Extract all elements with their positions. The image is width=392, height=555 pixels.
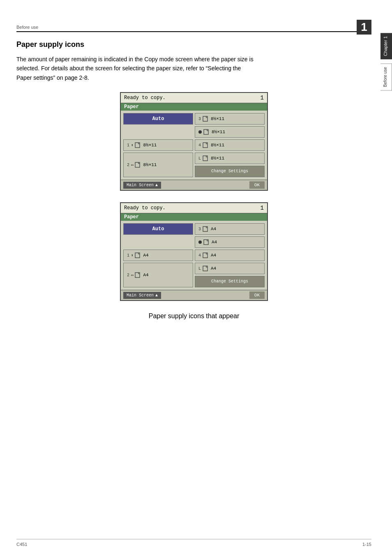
screen2-footer: Main Screen ▲ OK (121, 290, 267, 300)
screen2-main-screen-btn[interactable]: Main Screen ▲ (123, 292, 161, 299)
svg-rect-1 (204, 130, 208, 134)
screen2-grid: Auto 3 A4 A4 (121, 221, 267, 290)
tray4-icon (203, 142, 209, 148)
svg-rect-8 (135, 253, 140, 258)
section-title: Paper supply icons (16, 40, 371, 49)
screen2-tray2[interactable]: 2 ▭ A4 (123, 263, 193, 287)
header-text: Before use (16, 25, 38, 30)
screen2-tray1-icon (135, 252, 141, 258)
screen2-tray-dot[interactable]: A4 (195, 236, 265, 248)
svg-rect-0 (203, 116, 208, 121)
copy-screen-1: Ready to copy. 1 Paper Auto 3 (120, 92, 268, 191)
screen1-tray-dot[interactable]: 8½×11 (195, 126, 265, 138)
footer-right: 1-15 (362, 542, 371, 547)
screen1-grid: Auto 3 8½×11 8 (121, 111, 267, 180)
screen1-header: Ready to copy. 1 (121, 93, 267, 103)
screen2-tray1[interactable]: 1 ⬆ A4 (123, 250, 193, 261)
svg-rect-11 (203, 266, 208, 271)
screen2-tray4-icon (203, 252, 209, 258)
screen2-tray3-icon (203, 226, 209, 232)
tray3-icon (203, 116, 209, 122)
svg-rect-5 (203, 156, 208, 161)
page-container: Chapter 1 Before use Before use 1 Paper … (0, 0, 392, 555)
screen2-paper-label: Paper (121, 213, 267, 221)
main-content: Before use 1 Paper supply icons The amou… (16, 0, 371, 320)
screen2-header: Ready to copy. 1 (121, 203, 267, 213)
screen2-pagenum: 1 (261, 205, 264, 211)
tray-dot-icon (203, 129, 210, 135)
svg-rect-3 (203, 143, 208, 148)
body-text: The amount of paper remaining is indicat… (16, 55, 255, 82)
svg-rect-7 (204, 240, 208, 245)
screen2-trayL[interactable]: L A4 (195, 263, 265, 274)
screen2-status: Ready to copy. (124, 205, 166, 211)
screen2-tray-dot-icon (203, 239, 210, 245)
svg-rect-4 (135, 162, 140, 167)
right-tabs: Chapter 1 Before use (380, 33, 392, 91)
screen1-tray4[interactable]: 4 8½×11 (195, 139, 265, 151)
screen1-status: Ready to copy. (124, 95, 166, 101)
screen2-auto-btn[interactable]: Auto (123, 223, 193, 235)
screen-mockup-2-wrapper: Ready to copy. 1 Paper Auto 3 (16, 202, 371, 301)
dot-indicator-2 (198, 240, 202, 244)
screen2-ok-btn[interactable]: OK (249, 291, 265, 299)
screen1-auto-btn[interactable]: Auto (123, 113, 193, 125)
page-footer: C451 1-15 (16, 539, 371, 547)
screen1-col2-row3: L 8½×11 Change Settings (195, 153, 265, 177)
screen2-tray2-icon (135, 272, 141, 278)
screen1-change-settings[interactable]: Change Settings (195, 166, 265, 177)
screen1-pagenum: 1 (261, 95, 264, 101)
screen2-tray4[interactable]: 4 A4 (195, 250, 265, 261)
trayL-icon (203, 155, 209, 161)
chapter-number: 1 (357, 20, 371, 35)
page-header: Before use 1 (16, 25, 371, 32)
screen1-tray3[interactable]: 3 8½×11 (195, 113, 265, 125)
screen1-trayL[interactable]: L 8½×11 (195, 153, 265, 164)
svg-rect-10 (135, 273, 140, 278)
screen2-change-settings[interactable]: Change Settings (195, 276, 265, 287)
screen2-trayL-icon (203, 266, 209, 271)
screen-caption: Paper supply icons that appear (16, 312, 371, 320)
svg-rect-6 (203, 227, 208, 231)
footer-left: C451 (16, 542, 27, 547)
screen1-tray2[interactable]: 2 ▭ 8½×11 (123, 153, 193, 177)
screen1-footer: Main Screen ▲ OK (121, 180, 267, 190)
before-use-tab: Before use (380, 63, 392, 90)
screen1-paper-label: Paper (121, 103, 267, 111)
chapter-tab: Chapter 1 (380, 33, 392, 59)
screen2-tray3[interactable]: 3 A4 (195, 223, 265, 235)
svg-rect-9 (203, 253, 208, 258)
screen1-ok-btn[interactable]: OK (249, 181, 265, 189)
tray1-icon (135, 142, 141, 148)
screen2-col2-row3: L A4 Change Settings (195, 263, 265, 287)
screen1-tray1[interactable]: 1 ⬆ 8½×11 (123, 139, 193, 151)
dot-indicator-1 (198, 130, 202, 134)
copy-screen-2: Ready to copy. 1 Paper Auto 3 (120, 202, 268, 301)
screen1-main-screen-btn[interactable]: Main Screen ▲ (123, 182, 161, 189)
tray2-icon (135, 162, 141, 168)
svg-rect-2 (135, 143, 140, 148)
screen-mockup-1-wrapper: Ready to copy. 1 Paper Auto 3 (16, 92, 371, 191)
